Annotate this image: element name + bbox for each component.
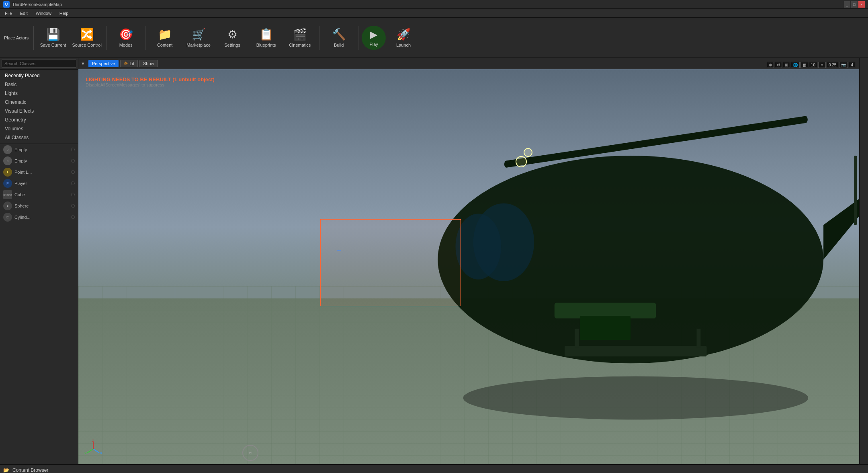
menubar: File Edit Window Help bbox=[0, 9, 868, 18]
save-current-button[interactable]: 💾 Save Current bbox=[37, 22, 69, 54]
axis-indicator: X Y Z bbox=[83, 439, 103, 460]
warning-sub: DisableAllScreenMessages' to suppress bbox=[86, 82, 215, 87]
category-all-classes[interactable]: All Classes bbox=[0, 133, 78, 142]
lit-button[interactable]: 🔆 Lit bbox=[120, 60, 138, 67]
minimize-button[interactable]: _ bbox=[844, 1, 850, 8]
close-button[interactable]: × bbox=[858, 1, 865, 8]
actor-sphere[interactable]: ● Sphere ⓘ bbox=[0, 200, 78, 212]
toolbar-separator-2 bbox=[106, 26, 106, 50]
actor-label-cylinder: Cylind... bbox=[14, 215, 31, 220]
right-panel bbox=[859, 58, 868, 464]
menu-edit[interactable]: Edit bbox=[18, 10, 29, 16]
actor-player[interactable]: P Player ⓘ bbox=[0, 178, 78, 189]
blueprints-button[interactable]: 📋 Blueprints bbox=[250, 22, 282, 54]
category-lights[interactable]: Lights bbox=[0, 89, 78, 98]
window-controls: _ □ × bbox=[844, 1, 865, 8]
sun-button[interactable]: ☀ bbox=[818, 62, 826, 68]
play-icon: ▶ bbox=[370, 29, 377, 40]
actor-info-empty-2: ⓘ bbox=[71, 158, 75, 164]
actor-empty-1[interactable]: ○ Empty ⓘ bbox=[0, 144, 78, 155]
translate-button[interactable]: ⊕ bbox=[767, 62, 774, 68]
category-basic[interactable]: Basic bbox=[0, 80, 78, 89]
svg-rect-10 bbox=[580, 316, 631, 340]
actor-icon-point-light: ✦ bbox=[3, 168, 12, 177]
actor-icon-sphere: ● bbox=[3, 202, 12, 210]
cam-value: 4 bbox=[849, 62, 855, 68]
actor-info-cylinder: ⓘ bbox=[71, 215, 75, 220]
menu-help[interactable]: Help bbox=[58, 10, 70, 16]
show-button[interactable]: Show bbox=[139, 60, 158, 67]
viewport-toolbar: ▼ Perspective 🔆 Lit Show ⊕ ↺ ⊞ 🌐 ▦ 10 ☀ … bbox=[78, 58, 859, 69]
actor-label-cube: Cube bbox=[14, 192, 25, 197]
light-widget bbox=[516, 156, 527, 167]
svg-rect-8 bbox=[854, 156, 857, 225]
launch-button[interactable]: 🚀 Launch bbox=[387, 22, 420, 54]
actor-icon-cylinder: ⬭ bbox=[3, 213, 12, 222]
search-classes-input[interactable] bbox=[2, 60, 76, 68]
main-content: Recently Placed Basic Lights Cinematic V… bbox=[0, 58, 868, 464]
content-button[interactable]: 📁 Content bbox=[149, 22, 181, 54]
category-recently-placed[interactable]: Recently Placed bbox=[0, 71, 78, 80]
maximize-button[interactable]: □ bbox=[851, 1, 858, 8]
category-visual-effects[interactable]: Visual Effects bbox=[0, 107, 78, 115]
category-cinematic[interactable]: Cinematic bbox=[0, 98, 78, 107]
left-panel: Recently Placed Basic Lights Cinematic V… bbox=[0, 58, 78, 464]
category-list: Recently Placed Basic Lights Cinematic V… bbox=[0, 70, 78, 144]
build-icon: 🔨 bbox=[332, 28, 346, 41]
viewport-overlay-controls: ⊕ ↺ ⊞ 🌐 ▦ 10 ☀ 0.25 📷 4 bbox=[767, 62, 855, 68]
actor-label-point-light: Point L... bbox=[14, 170, 32, 175]
source-control-icon: 🔀 bbox=[80, 28, 94, 41]
marketplace-icon: 🛒 bbox=[192, 28, 206, 41]
modes-button[interactable]: 🎯 Modes bbox=[110, 22, 142, 54]
settings-icon: ⚙ bbox=[227, 28, 237, 41]
menu-file[interactable]: File bbox=[3, 10, 14, 16]
actor-list: ○ Empty ⓘ ○ Empty ⓘ ✦ Point L... ⓘ P Pla… bbox=[0, 144, 78, 464]
category-volumes[interactable]: Volumes bbox=[0, 124, 78, 133]
svg-marker-7 bbox=[824, 199, 859, 260]
menu-window[interactable]: Window bbox=[34, 10, 53, 16]
viewport-canvas[interactable]: → LIGHTING NEEDS TO BE REBUILT (1 unbuil… bbox=[78, 69, 859, 464]
speed-value: 0.25 bbox=[827, 62, 838, 68]
build-button[interactable]: 🔨 Build bbox=[323, 22, 355, 54]
cb-title: Content Browser bbox=[12, 467, 48, 473]
rotation-gizmo: ⟳ bbox=[242, 445, 258, 461]
launch-icon: 🚀 bbox=[397, 28, 411, 41]
surface-button[interactable]: ▦ bbox=[800, 62, 808, 68]
search-classes-container bbox=[0, 58, 78, 70]
actor-icon-player: P bbox=[3, 179, 12, 188]
settings-button[interactable]: ⚙ Settings bbox=[216, 22, 248, 54]
content-browser: 📂 Content Browser + Add New ▾ ⬆ Import 💾… bbox=[0, 464, 868, 473]
actor-info-empty-1: ⓘ bbox=[71, 147, 75, 152]
scale-button[interactable]: ⊞ bbox=[783, 62, 790, 68]
actor-point-light[interactable]: ✦ Point L... ⓘ bbox=[0, 167, 78, 178]
toolbar-separator-3 bbox=[145, 26, 145, 50]
svg-text:Z: Z bbox=[92, 439, 94, 442]
perspective-button[interactable]: Perspective bbox=[88, 60, 119, 67]
camera-button[interactable]: 📷 bbox=[839, 62, 848, 68]
cinematics-button[interactable]: 🎬 Cinematics bbox=[284, 22, 316, 54]
axis-svg: X Y Z bbox=[83, 439, 103, 459]
world-button[interactable]: 🌐 bbox=[791, 62, 800, 68]
actor-cylinder[interactable]: ⬭ Cylind... ⓘ bbox=[0, 212, 78, 223]
toolbar-separator-4 bbox=[319, 26, 319, 50]
svg-line-12 bbox=[93, 449, 99, 453]
rotate-button[interactable]: ↺ bbox=[775, 62, 782, 68]
source-control-button[interactable]: 🔀 Source Control bbox=[71, 22, 103, 54]
category-geometry[interactable]: Geometry bbox=[0, 115, 78, 124]
selection-box bbox=[320, 219, 461, 306]
svg-rect-2 bbox=[565, 346, 707, 356]
actor-empty-2[interactable]: ○ Empty ⓘ bbox=[0, 155, 78, 167]
toolbar-separator-5 bbox=[358, 26, 358, 50]
svg-rect-4 bbox=[697, 329, 701, 348]
play-button[interactable]: ▶ Play bbox=[362, 26, 386, 50]
actor-info-cube: ⓘ bbox=[71, 192, 75, 197]
lit-icon: 🔆 bbox=[124, 62, 128, 65]
actor-cube[interactable]: ▪None Cube ⓘ bbox=[0, 189, 78, 200]
marketplace-button[interactable]: 🛒 Marketplace bbox=[182, 22, 215, 54]
cb-folder-icon: 📂 bbox=[3, 467, 9, 473]
content-icon: 📁 bbox=[158, 28, 172, 41]
blueprints-icon: 📋 bbox=[259, 28, 273, 41]
actor-label-player: Player bbox=[14, 181, 27, 186]
toolbar-separator-1 bbox=[33, 26, 34, 50]
viewport-area: ▼ Perspective 🔆 Lit Show ⊕ ↺ ⊞ 🌐 ▦ 10 ☀ … bbox=[78, 58, 859, 464]
